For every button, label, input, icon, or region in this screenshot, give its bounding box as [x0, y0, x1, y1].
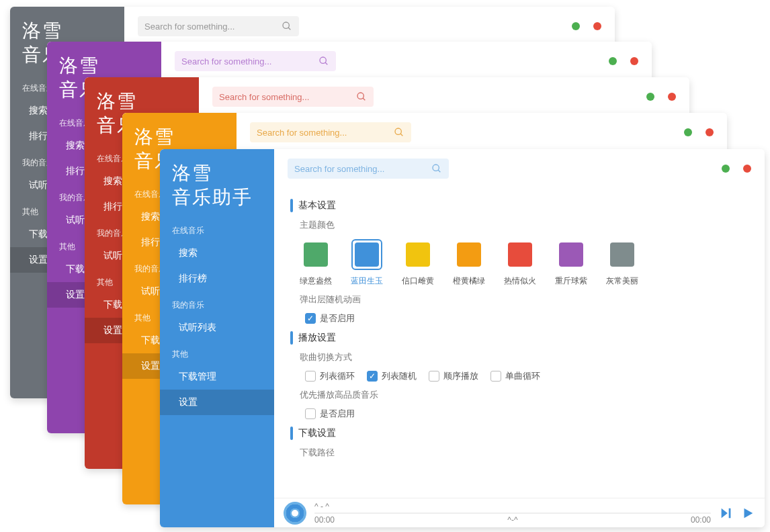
close-button[interactable]: [705, 128, 714, 136]
close-button[interactable]: [743, 165, 751, 173]
app-logo: 洛雪音乐助手: [160, 161, 274, 217]
checkbox-popup-enable[interactable]: ✓是否启用: [305, 312, 355, 324]
close-button[interactable]: [630, 57, 638, 65]
svg-point-2: [320, 57, 326, 63]
nav-settings[interactable]: 设置: [160, 390, 274, 415]
svg-point-0: [283, 22, 289, 28]
svg-point-8: [433, 165, 439, 171]
topbar: Search for something...: [274, 149, 765, 188]
track-title: ^ - ^: [314, 502, 329, 511]
minimize-button[interactable]: [722, 165, 730, 173]
time-elapsed: 00:00: [314, 515, 335, 525]
svg-point-4: [357, 93, 363, 99]
minimize-button[interactable]: [609, 57, 617, 65]
progress-bar[interactable]: [314, 513, 711, 514]
svg-line-1: [288, 28, 290, 30]
settings-panel: 基本设置 主题颜色 绿意盎然蓝田生玉信口雌黄橙黄橘绿热情似火重斤球紫灰常美丽 弹…: [274, 188, 765, 498]
nav-group-other: 其他: [160, 341, 274, 364]
svg-line-3: [325, 62, 327, 64]
search-input[interactable]: Search for something...: [250, 122, 411, 142]
svg-line-9: [438, 170, 440, 172]
theme-option-6[interactable]: 灰常美丽: [606, 239, 638, 287]
play-icon[interactable]: [740, 506, 755, 521]
minimize-button[interactable]: [684, 128, 692, 136]
nav-download[interactable]: 下载管理: [160, 364, 274, 390]
label-download-path: 下载路径: [300, 447, 748, 459]
svg-line-5: [363, 98, 365, 100]
label-popup-anim: 弹出层随机动画: [300, 294, 748, 306]
search-input[interactable]: Search for something...: [138, 16, 299, 36]
search-input[interactable]: Search for something...: [288, 159, 449, 179]
nav-group-online: 在线音乐: [160, 217, 274, 240]
search-icon: [431, 163, 442, 174]
label-switch-mode: 歌曲切换方式: [300, 351, 748, 363]
app-window-blue-theme: 洛雪音乐助手 在线音乐 搜索 排行榜 我的音乐 试听列表 其他 下载管理 设置 …: [160, 149, 765, 527]
sidebar: 洛雪音乐助手 在线音乐 搜索 排行榜 我的音乐 试听列表 其他 下载管理 设置: [160, 149, 274, 527]
close-button[interactable]: [593, 22, 601, 30]
search-input[interactable]: Search for something...: [175, 51, 336, 71]
checkbox-single-loop[interactable]: 单曲循环: [490, 370, 540, 382]
minimize-button[interactable]: [572, 22, 580, 30]
album-disc-icon: [284, 502, 306, 525]
section-download: 下载设置: [290, 427, 748, 440]
nav-group-mine: 我的音乐: [160, 292, 274, 315]
checkbox-hq-enable[interactable]: 是否启用: [305, 408, 355, 420]
theme-option-1[interactable]: 蓝田生玉: [351, 239, 383, 287]
theme-option-2[interactable]: 信口雌黄: [402, 239, 434, 287]
checkbox-order-play[interactable]: 顺序播放: [429, 370, 478, 382]
theme-option-5[interactable]: 重斤球紫: [555, 239, 587, 287]
nav-trylist[interactable]: 试听列表: [160, 315, 274, 341]
svg-line-7: [400, 134, 402, 136]
player-bar: ^ - ^ 00:00 ^-^ 00:00: [274, 498, 765, 527]
minimize-button[interactable]: [646, 93, 654, 101]
theme-option-3[interactable]: 橙黄橘绿: [453, 239, 485, 287]
section-basic: 基本设置: [290, 199, 748, 212]
next-track-icon[interactable]: [719, 506, 734, 521]
theme-picker: 绿意盎然蓝田生玉信口雌黄橙黄橘绿热情似火重斤球紫灰常美丽: [300, 239, 748, 287]
time-total: 00:00: [691, 515, 711, 525]
label-prefer-hq: 优先播放高品质音乐: [300, 389, 748, 401]
track-face: ^-^: [507, 515, 517, 525]
nav-rank[interactable]: 排行榜: [160, 266, 274, 292]
search-input[interactable]: Search for something...: [212, 87, 374, 107]
checkbox-list-loop[interactable]: 列表循环: [305, 370, 355, 382]
theme-option-4[interactable]: 热情似火: [504, 239, 536, 287]
nav-search[interactable]: 搜索: [160, 240, 274, 266]
search-placeholder: Search for something...: [294, 164, 431, 174]
theme-option-0[interactable]: 绿意盎然: [300, 239, 332, 287]
svg-point-6: [395, 128, 401, 134]
section-play: 播放设置: [290, 331, 748, 345]
close-button[interactable]: [668, 93, 676, 101]
checkbox-list-random[interactable]: ✓列表随机: [367, 370, 417, 382]
label-theme-color: 主题颜色: [300, 219, 748, 231]
